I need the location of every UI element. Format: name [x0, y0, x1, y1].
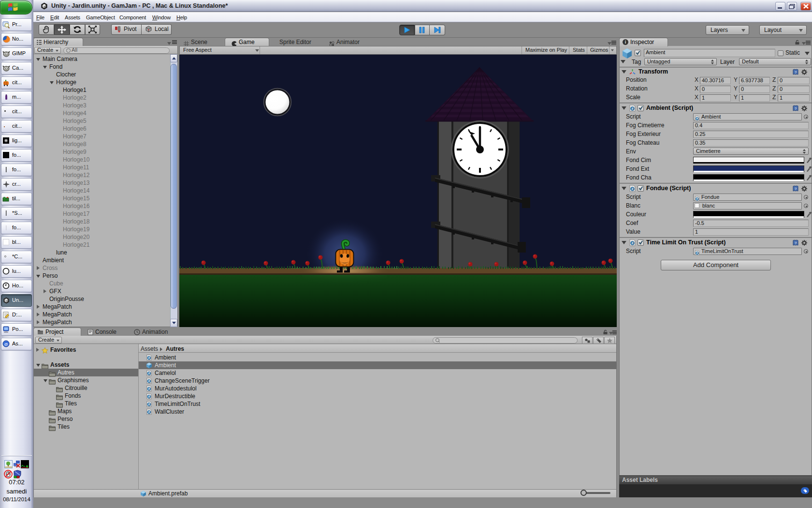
svg-text:?: ? — [795, 70, 797, 75]
svg-text:#: # — [148, 395, 150, 398]
svg-text:?: ? — [795, 106, 797, 111]
svg-text:?: ? — [795, 187, 797, 191]
svg-text:@: @ — [4, 342, 8, 346]
svg-text:#: # — [148, 403, 150, 406]
svg-text:#: # — [148, 387, 150, 390]
svg-text:?: ? — [795, 241, 797, 245]
svg-text:#: # — [148, 372, 150, 375]
svg-text:#: # — [632, 107, 634, 110]
svg-text:#: # — [632, 241, 634, 245]
svg-text:#: # — [632, 187, 634, 191]
svg-text:#: # — [148, 379, 150, 383]
svg-text:#: # — [148, 356, 150, 359]
svg-text:#: # — [148, 410, 150, 414]
